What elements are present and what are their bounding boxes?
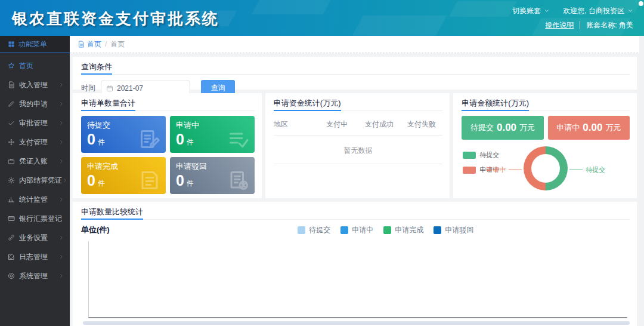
donut-label-left: 申请中	[486, 165, 522, 174]
edit-icon	[8, 253, 15, 260]
legend-label: 待提交	[309, 225, 330, 235]
sidebar-item-payment[interactable]: 支付管理	[0, 133, 70, 152]
amount-box-applying: 申请中0.00万元	[548, 116, 630, 140]
amount-box-value: 0.00	[497, 122, 516, 134]
sidebar-item-bank-draft[interactable]: 银行汇票登记	[0, 209, 70, 228]
settings-icon	[8, 272, 15, 279]
header-decoration	[352, 16, 447, 36]
sidebar-item-home[interactable]: 首页	[0, 56, 70, 75]
legend-item[interactable]: 申请驳回	[434, 225, 473, 235]
comparison-plot	[88, 241, 627, 318]
operation-guide-link[interactable]: 操作说明	[545, 20, 574, 30]
card-unit: 件	[98, 179, 105, 189]
amount-title-row: 申请金额统计(万元)	[462, 98, 630, 111]
chevron-right-icon	[58, 196, 64, 202]
calendar-icon	[106, 85, 113, 92]
grid-icon	[8, 41, 15, 48]
card-icon	[8, 215, 15, 222]
chevron-right-icon	[58, 82, 64, 88]
pencil-icon	[8, 100, 15, 107]
list-check-icon	[228, 128, 249, 150]
chevron-right-icon	[58, 254, 64, 260]
star-icon	[8, 62, 15, 69]
briefcase-icon	[8, 158, 15, 165]
chevron-right-icon	[58, 273, 64, 279]
link-icon	[8, 234, 15, 241]
donut-label-right-text: 待提交	[586, 165, 605, 174]
query-title: 查询条件	[81, 63, 112, 75]
welcome-dropdown[interactable]: 欢迎您, 台商投资区	[563, 6, 633, 16]
summary-card-apply-rejected[interactable]: 申请驳回0件	[170, 157, 255, 194]
card-value: 0	[176, 173, 184, 189]
sidebar-item-label: 银行汇票登记	[19, 214, 62, 224]
legend-item[interactable]: 申请中	[340, 225, 373, 235]
sidebar-item-voucher-entry[interactable]: 凭证入账	[0, 152, 70, 171]
donut-zone: 待提交申请中 申请中 待提交	[462, 144, 630, 199]
legend-swatch	[463, 167, 476, 174]
chevron-right-icon	[58, 120, 64, 126]
app-header: 银农直联资金支付审批系统 切换账套 欢迎您, 台商投资区 操作说明 账套名称: …	[0, 0, 644, 36]
y-axis-unit-label: 单位(件)	[81, 224, 110, 235]
legend-item[interactable]: 待提交	[463, 150, 499, 159]
card-value: 0	[87, 131, 95, 148]
legend-swatch	[463, 152, 476, 159]
sidebar-item-approval[interactable]: 审批管理	[0, 113, 70, 133]
sidebar-item-label: 支付管理	[19, 137, 48, 147]
comparison-title-row: 申请数量比较统计	[81, 207, 630, 220]
vertical-scrollbar[interactable]	[639, 36, 644, 326]
query-title-row: 查询条件	[81, 61, 630, 75]
legend-item[interactable]: 申请完成	[383, 225, 423, 235]
callout-line	[569, 170, 583, 170]
legend-label: 申请驳回	[445, 225, 473, 235]
sidebar-item-stats-supervision[interactable]: 统计监管	[0, 190, 70, 209]
summary-card-pending-submit[interactable]: 待提交0件	[81, 116, 166, 153]
donut-chart	[524, 146, 568, 190]
sidebar-item-log[interactable]: 日志管理	[0, 247, 70, 266]
chevron-down-icon	[627, 8, 633, 14]
breadcrumb-home[interactable]: 首页	[87, 39, 101, 50]
sidebar-item-my-apply[interactable]: 我的申请	[0, 94, 70, 113]
document-icon	[78, 41, 85, 48]
time-label: 时间	[81, 83, 95, 93]
summary-card-apply-complete[interactable]: 申请完成0件	[81, 157, 166, 194]
legend-label: 待提交	[479, 150, 499, 159]
amount-box-pending-submit: 待提交0.00万元	[462, 116, 543, 140]
card-unit: 件	[98, 137, 105, 147]
sidebar-item-label: 系统管理	[19, 271, 48, 281]
comparison-legend: 待提交申请中申请完成申请驳回	[126, 225, 644, 235]
app: 银农直联资金支付审批系统 切换账套 欢迎您, 台商投资区 操作说明 账套名称: …	[0, 0, 644, 326]
summary-panel: 申请单数量合计 待提交0件申请中0件申请完成0件申请驳回0件	[73, 93, 262, 198]
amount-box-value: 0.00	[583, 122, 602, 134]
dashboard-content: 查询条件 时间 2021-07 查询 申请单数量合计 待提交0件申请中0件	[70, 53, 644, 326]
amount-box-label: 申请中	[556, 122, 580, 133]
amount-box-label: 待提交	[470, 122, 494, 133]
horizontal-scrollbar[interactable]	[83, 321, 630, 325]
legend-swatch	[434, 226, 441, 234]
summary-card-applying[interactable]: 申请中0件	[170, 116, 255, 153]
comparison-panel: 申请数量比较统计 单位(件) 待提交申请中申请完成申请驳回	[73, 202, 637, 326]
summary-title-row: 申请单数量合计	[81, 98, 255, 111]
check-icon	[8, 119, 15, 127]
sidebar-menu-header[interactable]: 功能菜单	[0, 36, 70, 53]
switch-account-dropdown[interactable]: 切换账套	[512, 6, 550, 16]
legend-item[interactable]: 待提交	[298, 225, 330, 235]
switch-account-label: 切换账套	[512, 6, 541, 16]
sidebar-menu: 首页收入管理我的申请审批管理支付管理凭证入账内部结算凭证统计监管银行汇票登记业务…	[0, 53, 70, 285]
sidebar-item-income[interactable]: 收入管理	[0, 75, 70, 94]
funds-title: 申请资金统计(万元)	[274, 99, 341, 111]
sidebar-item-business-settings[interactable]: 业务设置	[0, 228, 70, 247]
legend-swatch	[340, 226, 348, 234]
breadcrumb-current: 首页	[110, 39, 125, 50]
card-value: 0	[87, 173, 95, 189]
funds-column-header: 地区	[274, 119, 316, 130]
comparison-title: 申请数量比较统计	[81, 208, 143, 220]
chevron-right-icon	[62, 177, 68, 183]
sidebar-item-label: 审批管理	[19, 118, 48, 128]
breadcrumb: 首页 / 首页	[70, 36, 644, 53]
sidebar-item-system[interactable]: 系统管理	[0, 266, 70, 285]
legend-swatch	[383, 226, 391, 234]
scrollbar-thumb[interactable]	[639, 1, 643, 6]
card-unit: 件	[187, 179, 194, 189]
sidebar-item-internal-settlement[interactable]: 内部结算凭证	[0, 171, 70, 190]
amount-box-unit: 万元	[519, 122, 535, 133]
